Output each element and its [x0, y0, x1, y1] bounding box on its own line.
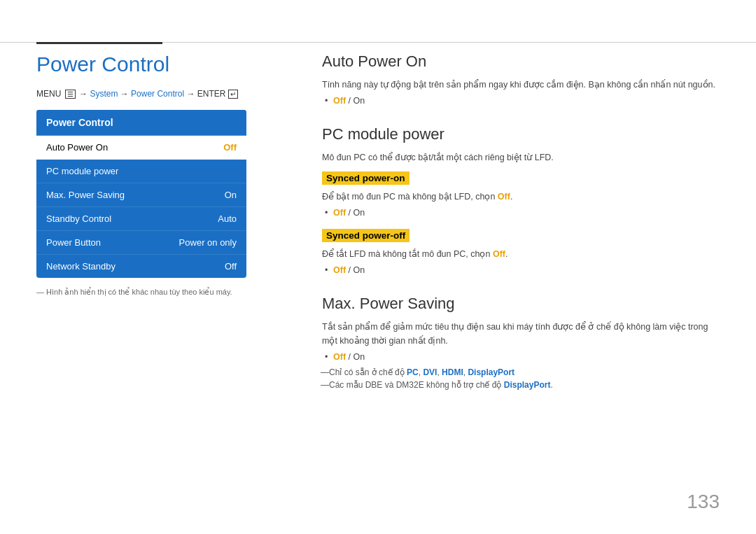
- section-auto-power-on: Auto Power On Tính năng này tự động bật …: [322, 52, 720, 106]
- panel-item-pc-module[interactable]: PC module power: [36, 160, 246, 183]
- pc-ref: PC: [407, 367, 419, 377]
- synced-power-off-block: Synced power-off Để tắt LFD mà không tắt…: [322, 226, 720, 275]
- panel-item-value: Off: [225, 261, 237, 272]
- auto-power-on-desc: Tính năng này tự động bật trên sản phẩm …: [322, 78, 720, 92]
- menu-path: MENU ☰ → System → Power Control → ENTER …: [36, 89, 288, 99]
- panel-item-max-power[interactable]: Max. Power Saving On: [36, 183, 246, 207]
- enter-icon: ↵: [228, 90, 238, 99]
- off-text: Off: [333, 265, 346, 275]
- menu-prefix: MENU: [36, 89, 61, 99]
- off-text: Off: [333, 352, 346, 362]
- slash-on: / On: [349, 208, 365, 218]
- section-pc-module-power: PC module power Mô đun PC có thể được bậ…: [322, 125, 720, 275]
- panel-item-label: Power Button: [46, 237, 101, 248]
- panel-item-value: On: [225, 190, 237, 200]
- panel-item-label: Max. Power Saving: [46, 190, 125, 200]
- synced-power-on-label: Synced power-on: [322, 171, 410, 185]
- panel-item-power-button[interactable]: Power Button Power on only: [36, 231, 246, 255]
- off-ref: Off: [498, 192, 510, 202]
- section-title-pc-module: PC module power: [322, 125, 720, 143]
- menu-icon: ☰: [65, 90, 76, 99]
- panel-item-standby-control[interactable]: Standby Control Auto: [36, 207, 246, 231]
- section-title-max-power: Max. Power Saving: [322, 295, 720, 313]
- panel-item-auto-power-on[interactable]: Auto Power On Off: [36, 136, 246, 160]
- synced-on-bullet: Off / On: [322, 208, 720, 218]
- right-column: Auto Power On Tính năng này tự động bật …: [322, 52, 720, 409]
- page-title: Power Control: [36, 52, 288, 76]
- synced-on-desc: Để bật mô đun PC mà không bật LFD, chọn …: [322, 190, 720, 204]
- dvi-ref: DVI: [423, 367, 437, 377]
- hdmi-ref: HDMI: [442, 367, 463, 377]
- note-line-1: Chỉ có sẵn ở chế độ PC, DVI, HDMI, Displ…: [322, 367, 720, 377]
- slash-on: / On: [349, 96, 365, 106]
- panel-item-value: Auto: [218, 213, 237, 224]
- note-line-2: Các mẫu DBE và DM32E không hỗ trợ chế độ…: [322, 380, 720, 390]
- displayport-ref2: DisplayPort: [504, 380, 551, 390]
- section-title-auto-power-on: Auto Power On: [322, 52, 720, 71]
- panel-item-network-standby[interactable]: Network Standby Off: [36, 255, 246, 278]
- slash-on: / On: [349, 265, 365, 275]
- auto-power-on-bullet: Off / On: [322, 96, 720, 106]
- power-control-panel: Power Control Auto Power On Off PC modul…: [36, 110, 246, 278]
- panel-item-value: Power on only: [179, 237, 237, 248]
- panel-item-value: Off: [223, 142, 237, 153]
- panel-title: Power Control: [36, 110, 246, 136]
- synced-power-on-block: Synced power-on Để bật mô đun PC mà khôn…: [322, 169, 720, 218]
- left-column: Power Control MENU ☰ → System → Power Co…: [36, 52, 288, 297]
- page-number: 133: [687, 491, 720, 513]
- menu-system: System: [90, 89, 118, 99]
- panel-item-label: Standby Control: [46, 213, 111, 224]
- off-ref2: Off: [493, 249, 505, 259]
- pc-module-desc: Mô đun PC có thể được bật/tắt một cách r…: [322, 150, 720, 164]
- displayport-ref: DisplayPort: [468, 367, 514, 377]
- max-power-bullet: Off / On: [322, 352, 720, 362]
- off-text: Off: [333, 96, 346, 106]
- max-power-notes: Chỉ có sẵn ở chế độ PC, DVI, HDMI, Displ…: [322, 367, 720, 390]
- synced-off-desc: Để tắt LFD mà không tắt mô đun PC, chọn …: [322, 247, 720, 261]
- synced-off-bullet: Off / On: [322, 265, 720, 275]
- synced-power-off-label: Synced power-off: [322, 229, 410, 242]
- panel-item-label: PC module power: [46, 166, 118, 176]
- slash-on: / On: [349, 352, 365, 362]
- panel-item-label: Auto Power On: [46, 142, 108, 153]
- top-line-accent: [36, 42, 162, 44]
- off-text: Off: [333, 208, 346, 218]
- menu-power-control: Power Control: [131, 89, 184, 99]
- section-max-power-saving: Max. Power Saving Tắt sản phẩm để giảm m…: [322, 295, 720, 390]
- footnote: ― Hình ảnh hiển thị có thể khác nhau tùy…: [36, 288, 288, 297]
- panel-item-label: Network Standby: [46, 261, 115, 272]
- max-power-desc: Tắt sản phẩm để giảm mức tiêu thụ điện s…: [322, 320, 720, 348]
